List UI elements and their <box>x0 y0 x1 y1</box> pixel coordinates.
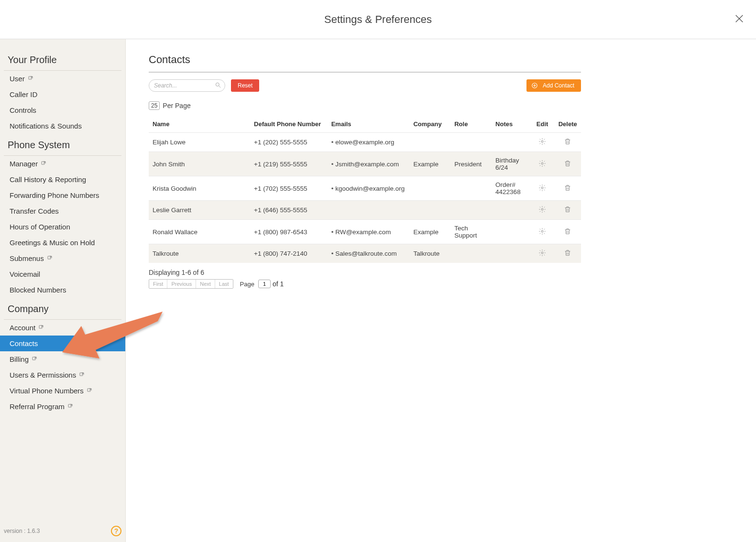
table-row: Leslie Garrett+1 (646) 555-5555 <box>149 201 581 220</box>
sidebar-item-referral-program[interactable]: Referral Program <box>0 399 125 414</box>
sidebar-item-label: Call History & Reporting <box>10 175 86 184</box>
sidebar-item-call-history-reporting[interactable]: Call History & Reporting <box>0 172 125 187</box>
sidebar-item-label: Notifications & Sounds <box>10 122 82 130</box>
sidebar: Your ProfileUserCaller IDControlsNotific… <box>0 39 126 542</box>
sidebar-item-label: Voicemail <box>10 270 40 278</box>
cell-phone: +1 (202) 555-5555 <box>250 133 328 152</box>
gear-icon[interactable] <box>534 206 551 213</box>
sidebar-item-label: Contacts <box>10 339 38 347</box>
add-contact-button[interactable]: Add Contact <box>526 79 581 92</box>
cell-company <box>409 201 450 220</box>
cell-company <box>409 133 450 152</box>
add-contact-label: Add Contact <box>543 82 574 89</box>
svg-line-19 <box>219 86 221 88</box>
sidebar-item-controls[interactable]: Controls <box>0 102 125 118</box>
gear-icon[interactable] <box>534 228 551 235</box>
sidebar-section-title: Your Profile <box>4 49 121 71</box>
sidebar-item-label: Hours of Operation <box>10 223 70 231</box>
sidebar-item-label: Account <box>10 324 35 332</box>
cell-email: elowe@example.org <box>328 133 410 152</box>
toolbar: Reset Add Contact <box>149 79 581 92</box>
table-row: John Smith+1 (219) 555-5555Jsmith@exampl… <box>149 152 581 176</box>
gear-icon[interactable] <box>534 184 551 192</box>
per-page-value[interactable]: 25 <box>149 101 160 110</box>
pager-first[interactable]: First <box>149 280 167 288</box>
cell-email: Sales@talkroute.com <box>328 244 410 263</box>
sidebar-item-caller-id[interactable]: Caller ID <box>0 87 125 102</box>
cell-email: kgoodwin@example.org <box>328 176 410 201</box>
gear-icon[interactable] <box>534 138 551 145</box>
svg-point-32 <box>541 208 543 210</box>
gear-icon[interactable] <box>534 249 551 257</box>
sidebar-item-virtual-phone-numbers[interactable]: Virtual Phone Numbers <box>0 383 125 399</box>
external-link-icon <box>32 355 37 363</box>
sidebar-item-account[interactable]: Account <box>0 320 125 336</box>
cell-company: Example <box>409 152 450 176</box>
sidebar-item-voicemail[interactable]: Voicemail <box>0 266 125 282</box>
per-page-control: 25 Per Page <box>149 101 581 110</box>
per-page-label: Per Page <box>163 102 190 109</box>
cell-email <box>328 201 410 220</box>
version-text: version : 1.6.3 <box>4 528 40 534</box>
sidebar-item-users-permissions[interactable]: Users & Permissions <box>0 367 125 383</box>
cell-phone: +1 (646) 555-5555 <box>250 201 328 220</box>
col-name: Name <box>149 116 250 133</box>
page-of-label: of 1 <box>273 280 284 288</box>
sidebar-item-label: Referral Program <box>10 402 65 411</box>
pager-previous[interactable]: Previous <box>167 280 196 288</box>
main-content: Contacts Reset Add Contact 25 Per Page <box>126 39 604 542</box>
cell-email: RW@example.com <box>328 220 410 244</box>
sidebar-item-label: Submenus <box>10 254 44 262</box>
sidebar-item-user[interactable]: User <box>0 71 125 87</box>
trash-icon[interactable] <box>558 160 577 167</box>
col-emails: Emails <box>328 116 410 133</box>
pager-last[interactable]: Last <box>215 280 233 288</box>
cell-notes <box>492 244 530 263</box>
sidebar-item-greetings-music-on-hold[interactable]: Greetings & Music on Hold <box>0 235 125 250</box>
search-input[interactable] <box>149 79 225 92</box>
cell-company <box>409 176 450 201</box>
sidebar-item-hours-of-operation[interactable]: Hours of Operation <box>0 219 125 235</box>
sidebar-item-blocked-numbers[interactable]: Blocked Numbers <box>0 282 125 298</box>
trash-icon[interactable] <box>558 206 577 213</box>
sidebar-item-label: Controls <box>10 106 36 114</box>
cell-name: Elijah Lowe <box>149 133 250 152</box>
sidebar-item-manager[interactable]: Manager <box>0 156 125 172</box>
reset-button[interactable]: Reset <box>231 79 259 92</box>
external-link-icon <box>38 324 44 332</box>
trash-icon[interactable] <box>558 228 577 235</box>
gear-icon[interactable] <box>534 160 551 167</box>
table-row: Elijah Lowe+1 (202) 555-5555elowe@exampl… <box>149 133 581 152</box>
sidebar-item-forwarding-phone-numbers[interactable]: Forwarding Phone Numbers <box>0 187 125 203</box>
svg-point-35 <box>541 230 543 232</box>
external-link-icon <box>47 254 53 262</box>
plus-circle-icon <box>531 82 538 89</box>
sidebar-item-label: Manager <box>10 160 38 168</box>
external-link-icon <box>67 402 73 411</box>
sidebar-item-billing[interactable]: Billing <box>0 351 125 367</box>
sidebar-item-contacts[interactable]: Contacts <box>0 336 125 351</box>
result-count: Displaying 1-6 of 6 <box>149 269 581 276</box>
trash-icon[interactable] <box>558 249 577 257</box>
page-title: Contacts <box>149 54 581 73</box>
svg-point-38 <box>541 252 543 254</box>
sidebar-item-label: Users & Permissions <box>10 371 76 379</box>
page-input[interactable] <box>258 280 271 288</box>
help-icon[interactable]: ? <box>111 526 121 536</box>
cell-notes: Birthday 6/24 <box>492 152 530 176</box>
sidebar-item-transfer-codes[interactable]: Transfer Codes <box>0 203 125 219</box>
pager-next[interactable]: Next <box>196 280 215 288</box>
trash-icon[interactable] <box>558 138 577 145</box>
svg-point-18 <box>216 83 219 86</box>
cell-company: Talkroute <box>409 244 450 263</box>
col-notes: Notes <box>492 116 530 133</box>
sidebar-item-label: User <box>10 75 25 83</box>
pager: First Previous Next Last Page of 1 <box>149 279 581 289</box>
col-phone: Default Phone Number <box>250 116 328 133</box>
close-icon[interactable] <box>734 13 745 25</box>
cell-company: Example <box>409 220 450 244</box>
trash-icon[interactable] <box>558 184 577 192</box>
sidebar-item-notifications-sounds[interactable]: Notifications & Sounds <box>0 118 125 134</box>
cell-name: Krista Goodwin <box>149 176 250 201</box>
sidebar-item-submenus[interactable]: Submenus <box>0 250 125 266</box>
